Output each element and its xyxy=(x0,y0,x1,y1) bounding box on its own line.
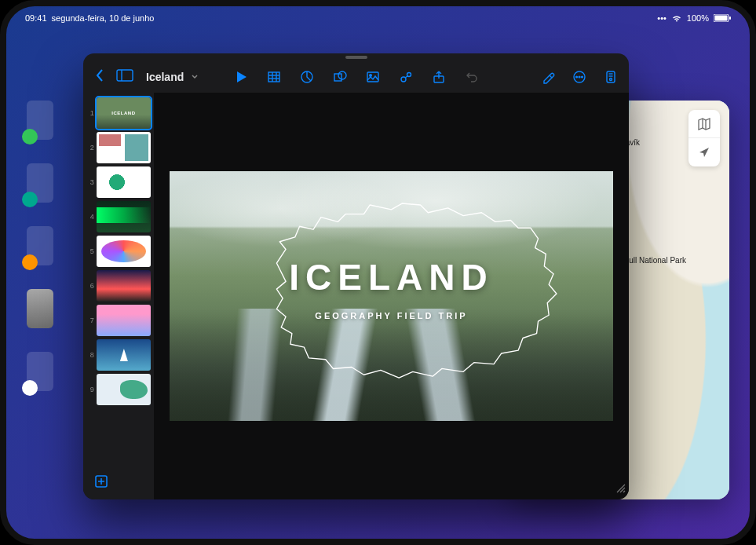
svg-point-26 xyxy=(610,79,612,81)
multitask-dots-icon[interactable]: ••• xyxy=(657,13,667,23)
wifi-icon xyxy=(671,14,682,22)
play-button[interactable] xyxy=(231,67,251,87)
keynote-toolbar: Iceland xyxy=(83,61,629,93)
status-time: 09:41 xyxy=(25,13,47,23)
thumb-number: 5 xyxy=(86,247,94,255)
status-bar: 09:41 segunda-feira, 10 de junho ••• 100… xyxy=(6,6,750,30)
slide[interactable]: ICELAND GEOGRAPHY FIELD TRIP xyxy=(170,171,613,421)
svg-point-21 xyxy=(579,76,580,78)
thumb-number: 1 xyxy=(86,109,94,117)
keynote-window: Iceland 1 2 xyxy=(83,53,629,499)
thumb-number: 2 xyxy=(86,144,94,152)
slide-thumb-8[interactable]: 8 xyxy=(86,339,151,371)
findmy-icon xyxy=(22,192,38,207)
more-button[interactable] xyxy=(569,67,590,87)
slide-navigator: 1 2 3 4 5 6 7 8 9 xyxy=(83,93,154,499)
slide-thumb-6[interactable]: 6 xyxy=(86,270,151,302)
slide-thumb-9[interactable]: 9 xyxy=(86,374,151,405)
switcher-tile-calculator[interactable] xyxy=(27,226,53,265)
svg-rect-2 xyxy=(729,16,731,20)
slide-title-text: ICELAND xyxy=(289,257,493,298)
slide-thumb-7[interactable]: 7 xyxy=(86,305,151,336)
window-grab-handle[interactable] xyxy=(83,53,629,61)
locate-button[interactable] xyxy=(688,138,720,166)
battery-icon xyxy=(714,14,731,22)
slide-thumb-2[interactable]: 2 xyxy=(86,132,151,163)
window-resize-handle-icon[interactable] xyxy=(615,482,626,496)
chart-button[interactable] xyxy=(297,67,317,87)
slide-thumb-1[interactable]: 1 xyxy=(86,97,151,129)
image-button[interactable] xyxy=(363,67,383,87)
switcher-tile-photo-app[interactable] xyxy=(27,289,53,328)
thumb-number: 9 xyxy=(86,386,94,393)
map-mode-button[interactable] xyxy=(688,110,720,138)
slide-subtitle[interactable]: GEOGRAPHY FIELD TRIP xyxy=(170,311,613,320)
media-button[interactable] xyxy=(396,67,416,87)
svg-point-20 xyxy=(576,76,578,78)
back-button[interactable] xyxy=(91,65,108,89)
table-button[interactable] xyxy=(264,67,284,87)
switcher-tile-findmy[interactable] xyxy=(27,163,53,203)
battery-pct: 100% xyxy=(687,13,709,23)
slide-title[interactable]: ICELAND xyxy=(170,256,613,298)
thumb-number: 6 xyxy=(86,282,94,290)
map-controls xyxy=(688,110,720,166)
shape-button[interactable] xyxy=(330,67,350,87)
svg-point-22 xyxy=(582,76,583,78)
slide-thumb-3[interactable]: 3 xyxy=(86,166,151,198)
slide-canvas[interactable]: ICELAND GEOGRAPHY FIELD TRIP xyxy=(154,93,629,499)
add-slide-button[interactable] xyxy=(91,471,111,492)
app-switcher-rail xyxy=(27,101,69,391)
thumb-number: 4 xyxy=(86,213,94,221)
photos-icon xyxy=(22,380,38,396)
switcher-tile-photos[interactable] xyxy=(27,352,53,391)
inspector-button[interactable] xyxy=(601,67,621,87)
slide-thumb-4[interactable]: 4 xyxy=(86,201,151,232)
svg-rect-13 xyxy=(367,72,378,82)
format-brush-button[interactable] xyxy=(538,67,558,87)
thumb-number: 3 xyxy=(86,178,94,186)
svg-rect-5 xyxy=(268,72,279,82)
document-title[interactable]: Iceland xyxy=(146,71,184,83)
svg-point-12 xyxy=(338,71,346,79)
status-right: ••• 100% xyxy=(657,13,731,23)
ipad-frame: 09:41 segunda-feira, 10 de junho ••• 100… xyxy=(0,0,756,545)
switcher-tile-messages[interactable] xyxy=(27,101,53,140)
svg-rect-3 xyxy=(117,70,133,81)
slide-thumb-5[interactable]: 5 xyxy=(86,236,151,267)
svg-line-17 xyxy=(405,76,407,78)
calculator-icon xyxy=(22,254,38,270)
svg-point-16 xyxy=(407,73,411,77)
share-button[interactable] xyxy=(429,67,449,87)
status-date: segunda-feira, 10 de junho xyxy=(52,13,155,23)
undo-button[interactable] xyxy=(462,67,482,87)
messages-icon xyxy=(22,129,38,144)
thumb-number: 8 xyxy=(86,351,94,359)
sidebar-toggle-button[interactable] xyxy=(113,66,137,88)
title-chevron-down-icon[interactable] xyxy=(190,70,199,84)
svg-point-14 xyxy=(369,75,371,77)
svg-rect-1 xyxy=(715,16,728,21)
thumb-number: 7 xyxy=(86,316,94,324)
